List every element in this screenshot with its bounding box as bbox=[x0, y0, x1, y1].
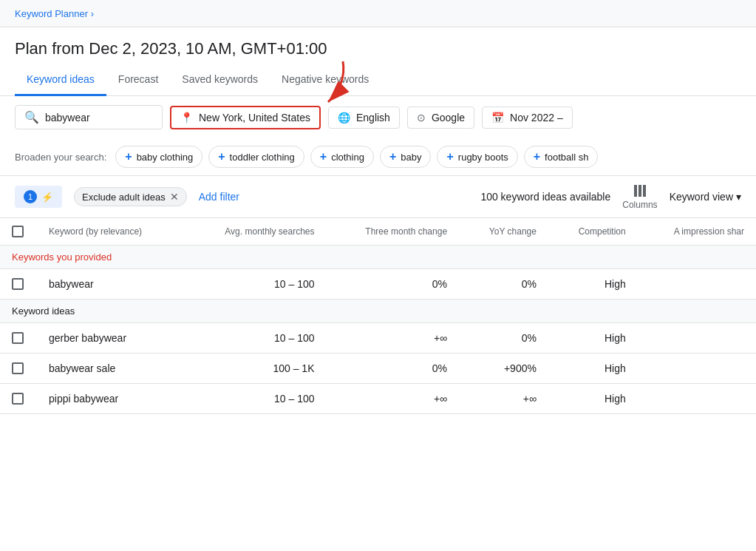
broaden-chip-clothing[interactable]: + clothing bbox=[310, 146, 374, 168]
table-header-row: Keyword (by relevance) Avg. monthly sear… bbox=[0, 218, 756, 246]
broaden-chip-baby-clothing[interactable]: + baby clothing bbox=[115, 146, 202, 168]
table-row: babywear10 – 1000%0%High bbox=[0, 269, 756, 300]
search-engine-selector[interactable]: ⊙ Google bbox=[407, 107, 474, 129]
broaden-search-bar: Broaden your search: + baby clothing + t… bbox=[0, 138, 756, 176]
keywords-table: Keyword (by relevance) Avg. monthly sear… bbox=[0, 218, 756, 414]
avg_monthly-cell: 100 – 1K bbox=[184, 354, 327, 384]
yoy-cell: 0% bbox=[459, 269, 548, 300]
row-select[interactable] bbox=[0, 323, 37, 354]
date-range-selector[interactable]: 📅 Nov 2022 – bbox=[482, 107, 573, 129]
broaden-chip-football[interactable]: + football sh bbox=[524, 146, 599, 168]
plus-icon: + bbox=[389, 150, 396, 163]
avg_monthly-cell: 10 – 100 bbox=[184, 269, 327, 300]
plus-icon: + bbox=[534, 150, 540, 163]
avg_monthly-cell: 10 – 100 bbox=[184, 384, 327, 414]
google-icon: ⊙ bbox=[417, 112, 426, 124]
keyword-cell: babywear sale bbox=[37, 354, 184, 384]
calendar-icon: 📅 bbox=[491, 112, 504, 124]
yoy-cell: 0% bbox=[459, 323, 548, 354]
impression-cell bbox=[638, 323, 756, 354]
plus-icon: + bbox=[320, 150, 327, 163]
yoy-cell: +∞ bbox=[459, 384, 548, 414]
three_month-cell: +∞ bbox=[327, 384, 460, 414]
filter-icon: ⚡ bbox=[41, 192, 53, 203]
tabs-bar: Keyword ideas Forecast Saved keywords Ne… bbox=[0, 64, 756, 96]
add-filter-button[interactable]: Add filter bbox=[199, 191, 239, 203]
three_month-cell: 0% bbox=[327, 269, 460, 300]
three_month-cell: 0% bbox=[327, 354, 460, 384]
filter-badge: 1 bbox=[24, 190, 37, 203]
language-selector[interactable]: 🌐 English bbox=[328, 107, 400, 129]
keyword-cell: pippi babywear bbox=[37, 384, 184, 414]
competition-cell: High bbox=[548, 354, 638, 384]
exclude-adult-chip[interactable]: Exclude adult ideas ✕ bbox=[74, 187, 187, 206]
ideas-count: 100 keyword ideas available bbox=[480, 191, 610, 203]
row-checkbox[interactable] bbox=[12, 332, 24, 344]
keywords-table-container: Keyword (by relevance) Avg. monthly sear… bbox=[0, 218, 756, 414]
svg-rect-1 bbox=[634, 185, 637, 197]
col-header-three-month[interactable]: Three month change bbox=[327, 218, 460, 246]
translate-icon: 🌐 bbox=[338, 112, 350, 124]
col-header-yoy[interactable]: YoY change bbox=[459, 218, 548, 246]
keyword-view-button[interactable]: Keyword view ▾ bbox=[670, 191, 741, 203]
location-container: 📍 New York, United States bbox=[170, 106, 321, 129]
svg-rect-3 bbox=[643, 185, 646, 197]
svg-rect-2 bbox=[638, 185, 641, 197]
col-header-avg-monthly[interactable]: Avg. monthly searches bbox=[184, 218, 327, 246]
plus-icon: + bbox=[218, 150, 225, 163]
competition-cell: High bbox=[548, 269, 638, 300]
location-icon: 📍 bbox=[180, 112, 193, 124]
table-row: gerber babywear10 – 100+∞0%High bbox=[0, 323, 756, 354]
location-selector[interactable]: 📍 New York, United States bbox=[170, 106, 321, 129]
exclude-close-icon[interactable]: ✕ bbox=[170, 191, 179, 203]
row-checkbox[interactable] bbox=[12, 393, 24, 405]
filters-bar: 🔍 📍 New York, United States 🌐 English ⊙ … bbox=[0, 96, 756, 138]
search-box[interactable]: 🔍 bbox=[15, 105, 163, 129]
row-select[interactable] bbox=[0, 384, 37, 414]
columns-icon bbox=[633, 183, 647, 198]
row-checkbox[interactable] bbox=[12, 362, 24, 374]
plan-title: Plan from Dec 2, 2023, 10 AM, GMT+01:00 bbox=[0, 27, 756, 58]
broaden-label: Broaden your search: bbox=[15, 152, 106, 163]
filter-button[interactable]: 1 ⚡ bbox=[15, 186, 62, 208]
tab-saved-keywords[interactable]: Saved keywords bbox=[170, 64, 270, 96]
row-select[interactable] bbox=[0, 269, 37, 300]
col-header-select[interactable] bbox=[0, 218, 37, 246]
broaden-chip-rugby-boots[interactable]: + rugby boots bbox=[437, 146, 517, 168]
three_month-cell: +∞ bbox=[327, 323, 460, 354]
impression-cell bbox=[638, 354, 756, 384]
keyword-cell: gerber babywear bbox=[37, 323, 184, 354]
yoy-cell: +900% bbox=[459, 354, 548, 384]
search-input[interactable] bbox=[45, 112, 149, 124]
columns-button[interactable]: Columns bbox=[622, 183, 657, 210]
table-section-header: Keywords you provided bbox=[0, 246, 756, 269]
tab-negative-keywords[interactable]: Negative keywords bbox=[270, 64, 381, 96]
col-header-competition[interactable]: Competition bbox=[548, 218, 638, 246]
top-bar: Keyword Planner › bbox=[0, 0, 756, 27]
table-toolbar: 1 ⚡ Exclude adult ideas ✕ Add filter 100… bbox=[0, 176, 756, 218]
broaden-chip-baby[interactable]: + baby bbox=[380, 146, 432, 168]
plus-icon: + bbox=[446, 150, 453, 163]
select-all-checkbox[interactable] bbox=[12, 226, 24, 237]
table-section-header: Keyword ideas bbox=[0, 300, 756, 323]
competition-cell: High bbox=[548, 323, 638, 354]
row-select[interactable] bbox=[0, 354, 37, 384]
table-row: pippi babywear10 – 100+∞+∞High bbox=[0, 384, 756, 414]
col-header-keyword[interactable]: Keyword (by relevance) bbox=[37, 218, 184, 246]
tab-forecast[interactable]: Forecast bbox=[106, 64, 170, 96]
broaden-chip-toddler-clothing[interactable]: + toddler clothing bbox=[208, 146, 304, 168]
col-header-impression[interactable]: A impression shar bbox=[638, 218, 756, 246]
row-checkbox[interactable] bbox=[12, 278, 24, 290]
tab-keyword-ideas[interactable]: Keyword ideas bbox=[15, 64, 106, 96]
keyword-cell: babywear bbox=[37, 269, 184, 300]
plus-icon: + bbox=[125, 150, 132, 163]
impression-cell bbox=[638, 384, 756, 414]
table-row: babywear sale100 – 1K0%+900%High bbox=[0, 354, 756, 384]
chevron-down-icon: ▾ bbox=[736, 191, 741, 203]
avg_monthly-cell: 10 – 100 bbox=[184, 323, 327, 354]
breadcrumb-keyword-planner[interactable]: Keyword Planner › bbox=[15, 8, 94, 19]
impression-cell bbox=[638, 269, 756, 300]
search-icon: 🔍 bbox=[24, 110, 39, 124]
competition-cell: High bbox=[548, 384, 638, 414]
